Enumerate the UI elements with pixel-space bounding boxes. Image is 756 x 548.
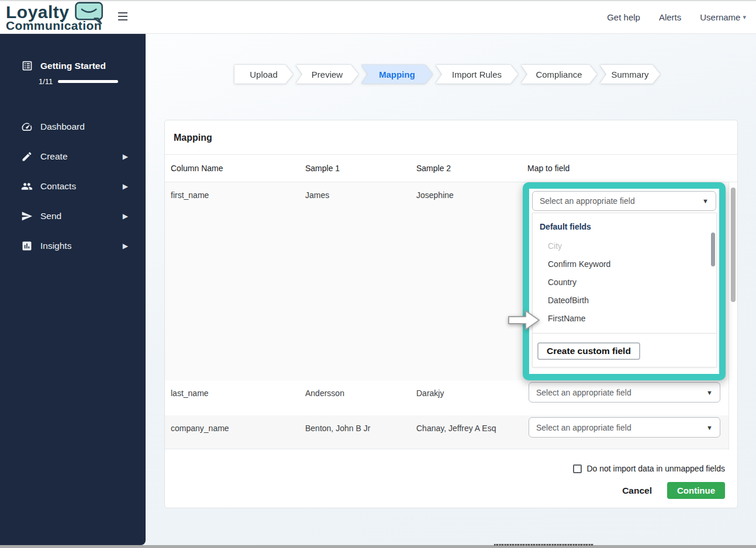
field-dropdown-panel: Default fields City Confirm Keyword Coun… xyxy=(532,213,717,367)
cell-sample2: Darakjy xyxy=(416,380,527,415)
table-scrollbar-thumb[interactable] xyxy=(731,188,736,302)
cancel-button[interactable]: Cancel xyxy=(622,485,652,496)
dropdown-caret-icon: ▼ xyxy=(706,389,713,396)
window-top-edge xyxy=(0,0,756,1)
wizard-stepper: Upload Preview Mapping Import Rules Comp… xyxy=(234,65,660,84)
cell-column-name: last_name xyxy=(171,380,305,415)
map-field-select[interactable]: Select an appropriate field ▼ xyxy=(529,417,720,438)
getting-started-label: Getting Started xyxy=(40,61,106,71)
get-help-link[interactable]: Get help xyxy=(607,12,640,22)
table-header-row: Column Name Sample 1 Sample 2 Map to fie… xyxy=(165,155,737,182)
mapping-card: Mapping Column Name Sample 1 Sample 2 Ma… xyxy=(164,120,738,508)
step-upload[interactable]: Upload xyxy=(234,65,293,84)
column-header-column-name: Column Name xyxy=(171,164,305,173)
people-icon xyxy=(21,181,33,192)
sidebar-item-create[interactable]: Create ▶ xyxy=(0,141,146,171)
dashboard-icon xyxy=(21,121,33,133)
column-header-map-to-field: Map to field xyxy=(527,164,737,173)
step-preview[interactable]: Preview xyxy=(296,65,358,84)
username-menu[interactable]: Username ▾ xyxy=(700,12,746,22)
cell-column-name: company_name xyxy=(171,415,305,449)
sidebar-item-insights[interactable]: Insights ▶ xyxy=(0,231,146,261)
chevron-right-icon: ▶ xyxy=(123,182,128,190)
card-footer: Do not import data in unmapped fields Ca… xyxy=(165,451,737,509)
sidebar-item-contacts[interactable]: Contacts ▶ xyxy=(0,171,146,201)
getting-started-progress-bar xyxy=(58,80,118,83)
dropdown-option-country[interactable]: Country xyxy=(533,273,716,292)
alerts-link[interactable]: Alerts xyxy=(659,12,681,22)
hamburger-menu-icon[interactable] xyxy=(118,12,127,20)
send-icon xyxy=(21,210,33,222)
step-compliance[interactable]: Compliance xyxy=(521,65,597,84)
sidebar: Getting Started 1/11 Dashboard Create ▶ … xyxy=(0,34,146,545)
cell-sample1: Andersson xyxy=(305,380,416,415)
dropdown-option-city: City xyxy=(533,237,716,255)
cell-sample2: Josephine xyxy=(416,182,527,380)
dropdown-divider xyxy=(533,333,716,334)
logo-text-line2: Communication xyxy=(6,19,105,32)
chevron-right-icon: ▶ xyxy=(123,152,128,161)
map-field-select[interactable]: Select an appropriate field ▼ xyxy=(532,191,716,211)
sidebar-item-dashboard[interactable]: Dashboard xyxy=(0,112,146,141)
chevron-right-icon: ▶ xyxy=(123,242,128,250)
dropdown-group-label: Default fields xyxy=(533,213,716,237)
main-content: Upload Preview Mapping Import Rules Comp… xyxy=(146,34,756,545)
table-row: first_name James Josephine Select an app… xyxy=(165,182,737,380)
sidebar-item-send[interactable]: Send ▶ xyxy=(0,201,146,231)
chevron-right-icon: ▶ xyxy=(123,212,128,220)
sidebar-item-getting-started[interactable]: Getting Started 1/11 xyxy=(0,34,146,86)
step-summary[interactable]: Summary xyxy=(600,65,660,84)
step-mapping[interactable]: Mapping xyxy=(361,65,433,84)
sidebar-item-label: Insights xyxy=(40,241,71,251)
bottom-border-line xyxy=(0,545,756,548)
sidebar-item-label: Contacts xyxy=(40,181,76,192)
sidebar-item-label: Dashboard xyxy=(40,122,85,132)
app-logo: Loyalty Communication xyxy=(6,1,105,32)
map-field-select[interactable]: Select an appropriate field ▼ xyxy=(529,382,720,403)
table-row: last_name Andersson Darakjy Select an ap… xyxy=(165,380,737,415)
unmapped-fields-checkbox[interactable] xyxy=(573,464,582,473)
chevron-down-icon: ▾ xyxy=(743,13,746,21)
dropdown-scrollbar[interactable] xyxy=(711,233,715,266)
step-import-rules[interactable]: Import Rules xyxy=(436,65,518,84)
top-nav: Get help Alerts Username ▾ xyxy=(607,0,746,34)
sidebar-item-label: Create xyxy=(40,151,68,162)
continue-button[interactable]: Continue xyxy=(667,482,725,499)
dropdown-caret-icon: ▼ xyxy=(702,197,709,204)
dropdown-option-firstname[interactable]: FirstName xyxy=(533,310,716,328)
column-header-sample2: Sample 2 xyxy=(416,164,527,173)
create-custom-field-button[interactable]: Create custom field xyxy=(537,342,640,360)
table-row: company_name Benton, John B Jr Chanay, J… xyxy=(165,415,737,449)
pencil-icon xyxy=(21,151,33,162)
column-header-sample1: Sample 1 xyxy=(305,164,416,173)
tutorial-highlight-box: Select an appropriate field ▼ Default fi… xyxy=(523,182,726,380)
insights-icon xyxy=(21,240,33,252)
cell-sample2: Chanay, Jeffrey A Esq xyxy=(416,415,527,449)
cell-column-name: first_name xyxy=(171,182,305,380)
clipped-footer-text xyxy=(494,544,593,546)
table-body: first_name James Josephine Select an app… xyxy=(165,182,737,450)
page-title: Mapping xyxy=(165,120,737,155)
cell-sample1: James xyxy=(305,182,416,380)
top-bar: Loyalty Communication Get help Alerts Us… xyxy=(0,0,756,34)
sidebar-nav: Dashboard Create ▶ Contacts ▶ Send ▶ Ins… xyxy=(0,112,146,261)
sidebar-item-label: Send xyxy=(40,211,61,221)
checklist-icon xyxy=(21,60,33,72)
getting-started-progress-count: 1/11 xyxy=(39,77,53,86)
dropdown-caret-icon: ▼ xyxy=(706,424,713,431)
dropdown-option-dateofbirth[interactable]: DateofBirth xyxy=(533,292,716,310)
table-scrollbar-track xyxy=(729,182,737,450)
dropdown-option-confirm-keyword[interactable]: Confirm Keyword xyxy=(533,255,716,273)
cell-sample1: Benton, John B Jr xyxy=(305,415,416,449)
checkbox-label: Do not import data in unmapped fields xyxy=(586,464,725,473)
